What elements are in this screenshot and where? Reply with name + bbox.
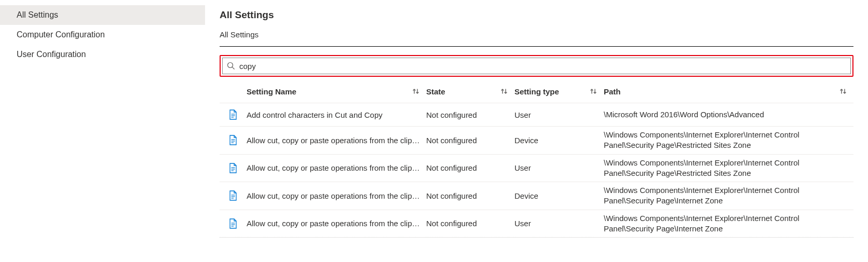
- table-row[interactable]: Allow cut, copy or paste operations from…: [220, 182, 853, 210]
- cell-setting-name: Add control characters in Cut and Copy: [247, 111, 426, 119]
- sidebar: All Settings Computer Configuration User…: [0, 0, 205, 262]
- cell-setting-name: Allow cut, copy or paste operations from…: [247, 219, 426, 228]
- sidebar-item-computer-configuration[interactable]: Computer Configuration: [0, 25, 205, 45]
- cell-setting-type: Device: [514, 191, 604, 200]
- cell-path: \Windows Components\Internet Explorer\In…: [604, 130, 853, 151]
- cell-setting-type: Device: [514, 136, 604, 145]
- column-header-setting-name[interactable]: Setting Name: [247, 87, 426, 96]
- sidebar-item-label: User Configuration: [17, 50, 86, 59]
- sort-icon: [839, 88, 847, 95]
- cell-state: Not configured: [426, 219, 514, 228]
- column-header-label: Path: [604, 87, 839, 96]
- cell-path: \Windows Components\Internet Explorer\In…: [604, 185, 853, 206]
- page-title: All Settings: [220, 9, 853, 21]
- column-header-label: Setting Name: [247, 87, 412, 96]
- sort-icon: [589, 88, 598, 95]
- cell-setting-name: Allow cut, copy or paste operations from…: [247, 136, 426, 145]
- breadcrumb: All Settings: [220, 30, 853, 47]
- main-content: All Settings All Settings Setting Name S…: [205, 0, 868, 262]
- column-header-label: Setting type: [514, 87, 589, 96]
- column-header-label: State: [426, 87, 500, 96]
- sidebar-item-label: Computer Configuration: [17, 30, 105, 39]
- cell-state: Not configured: [426, 111, 514, 119]
- search-icon: [227, 62, 235, 70]
- svg-point-0: [228, 63, 233, 68]
- row-icon-cell: [220, 218, 247, 229]
- document-icon: [229, 109, 237, 120]
- cell-setting-name: Allow cut, copy or paste operations from…: [247, 191, 426, 200]
- row-icon-cell: [220, 109, 247, 120]
- table-row[interactable]: Add control characters in Cut and Copy N…: [220, 103, 853, 127]
- cell-setting-type: User: [514, 163, 604, 172]
- cell-path: \Microsoft Word 2016\Word Options\Advanc…: [604, 109, 853, 120]
- row-icon-cell: [220, 135, 247, 145]
- document-icon: [229, 163, 237, 173]
- search-box[interactable]: [222, 58, 851, 74]
- cell-state: Not configured: [426, 191, 514, 200]
- column-header-setting-type[interactable]: Setting type: [514, 87, 604, 96]
- search-input[interactable]: [239, 62, 846, 71]
- row-icon-cell: [220, 163, 247, 173]
- cell-path: \Windows Components\Internet Explorer\In…: [604, 158, 853, 179]
- cell-state: Not configured: [426, 136, 514, 145]
- settings-table: Setting Name State Setting type Path: [220, 80, 853, 238]
- sidebar-item-user-configuration[interactable]: User Configuration: [0, 45, 205, 64]
- cell-setting-type: User: [514, 111, 604, 119]
- table-row[interactable]: Allow cut, copy or paste operations from…: [220, 210, 853, 238]
- cell-setting-name: Allow cut, copy or paste operations from…: [247, 163, 426, 172]
- search-highlight: [220, 55, 853, 77]
- column-header-state[interactable]: State: [426, 87, 514, 96]
- sidebar-item-all-settings[interactable]: All Settings: [0, 5, 205, 25]
- document-icon: [229, 190, 237, 201]
- document-icon: [229, 135, 237, 145]
- svg-line-1: [232, 67, 234, 69]
- row-icon-cell: [220, 190, 247, 201]
- cell-state: Not configured: [426, 163, 514, 172]
- sort-icon: [412, 88, 420, 95]
- cell-setting-type: User: [514, 219, 604, 228]
- sort-icon: [500, 88, 508, 95]
- table-row[interactable]: Allow cut, copy or paste operations from…: [220, 127, 853, 155]
- sidebar-item-label: All Settings: [17, 10, 58, 19]
- column-header-path[interactable]: Path: [604, 87, 853, 96]
- table-header-row: Setting Name State Setting type Path: [220, 80, 853, 103]
- table-row[interactable]: Allow cut, copy or paste operations from…: [220, 155, 853, 183]
- document-icon: [229, 218, 237, 229]
- cell-path: \Windows Components\Internet Explorer\In…: [604, 213, 853, 235]
